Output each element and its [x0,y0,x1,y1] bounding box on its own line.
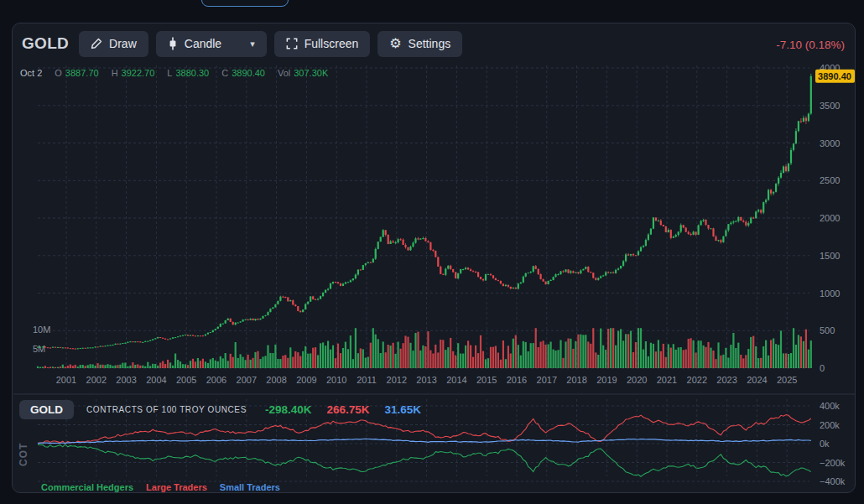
svg-text:3500: 3500 [820,101,840,111]
chart-panel: 2001200220032004200520062007200820092010… [12,23,856,493]
svg-text:0k: 0k [820,439,830,449]
ohlc-row: Oct 2 O 3887.70 H 3922.70 L 3880.30 C 38… [20,68,328,78]
svg-text:3000: 3000 [820,138,840,148]
svg-text:2003: 2003 [116,375,136,385]
cot-values: -298.40K 266.75K 31.65K [265,403,421,416]
svg-text:2018: 2018 [566,375,586,385]
svg-text:2016: 2016 [507,375,527,385]
fullscreen-label: Fullscreen [304,37,359,50]
fullscreen-button[interactable]: Fullscreen [274,31,371,57]
svg-text:2022: 2022 [687,375,707,385]
candle-icon [168,37,178,50]
cot-legend: Commercial Hedgers Large Traders Small T… [41,482,280,492]
page-background: { "top_tab": { "visible": true }, "toolb… [0,0,864,504]
chart-type-dropdown[interactable]: Candle ▾ [156,31,267,57]
svg-text:2009: 2009 [296,375,316,385]
cot-subtitle: CONTRACTS OF 100 TROY OUNCES [86,405,247,414]
svg-text:−400k: −400k [820,476,846,486]
svg-text:2021: 2021 [657,375,677,385]
svg-text:2015: 2015 [476,375,497,385]
svg-text:−200k: −200k [820,458,846,468]
svg-text:0: 0 [820,363,825,373]
legend-small-traders[interactable]: Small Traders [220,482,280,492]
chart-type-label: Candle [185,37,221,50]
svg-text:200k: 200k [820,420,840,430]
svg-text:2013: 2013 [416,375,436,385]
svg-text:2024: 2024 [747,375,767,385]
symbol-title: GOLD [19,34,71,53]
ohlc-low: L 3880.30 [167,68,209,78]
cot-axis-label: COT [18,424,29,466]
svg-text:2011: 2011 [357,375,377,385]
svg-text:2010: 2010 [326,375,346,385]
svg-text:10M: 10M [33,325,50,335]
svg-text:2000: 2000 [820,213,840,223]
svg-text:2002: 2002 [86,375,107,385]
svg-text:2007: 2007 [237,375,257,385]
gear-icon: ⚙ [389,37,401,50]
cot-header: GOLD CONTRACTS OF 100 TROY OUNCES -298.4… [19,400,421,419]
ohlc-close: C 3890.40 [221,68,265,78]
price-and-cot-chart[interactable]: 2001200220032004200520062007200820092010… [13,23,856,494]
svg-text:2004: 2004 [146,375,166,385]
svg-text:500: 500 [820,325,835,335]
svg-text:400k: 400k [820,401,840,411]
svg-text:1000: 1000 [820,288,840,299]
ohlc-high: H 3922.70 [112,68,155,78]
svg-text:2012: 2012 [387,375,407,385]
svg-text:2001: 2001 [56,375,76,385]
svg-text:2019: 2019 [596,375,617,385]
cot-value-small: 31.65K [385,403,422,416]
toolbar: GOLD Draw Candle ▾ Fullscreen [19,29,845,58]
cot-value-commercial: -298.40K [265,403,312,416]
cot-value-large: 266.75K [326,403,369,416]
settings-button[interactable]: ⚙ Settings [377,31,462,57]
svg-text:2023: 2023 [716,375,736,385]
svg-text:2025: 2025 [777,375,797,385]
price-change: -7.10 (0.18%) [776,37,845,51]
svg-text:3890.40: 3890.40 [818,71,851,81]
settings-label: Settings [409,37,451,50]
top-partial-tab[interactable] [201,0,289,7]
svg-text:5M: 5M [33,344,45,354]
legend-commercial-hedgers[interactable]: Commercial Hedgers [41,482,133,492]
legend-large-traders[interactable]: Large Traders [146,482,207,492]
svg-text:2005: 2005 [176,375,196,385]
draw-label: Draw [109,37,137,50]
ohlc-volume: Vol 307.30K [278,68,328,78]
svg-text:1500: 1500 [820,251,840,261]
draw-button[interactable]: Draw [79,31,148,57]
pen-icon [91,38,102,49]
svg-text:2006: 2006 [206,375,226,385]
svg-text:2020: 2020 [627,375,647,385]
svg-text:2017: 2017 [537,375,557,385]
chevron-down-icon: ▾ [250,39,255,49]
cot-symbol-badge[interactable]: GOLD [19,400,74,419]
svg-text:2014: 2014 [446,375,466,385]
ohlc-open: O 3887.70 [55,68,98,78]
fullscreen-icon [286,38,298,49]
svg-text:2500: 2500 [820,175,840,185]
ohlc-date: Oct 2 [20,68,42,78]
svg-text:2008: 2008 [266,375,286,385]
